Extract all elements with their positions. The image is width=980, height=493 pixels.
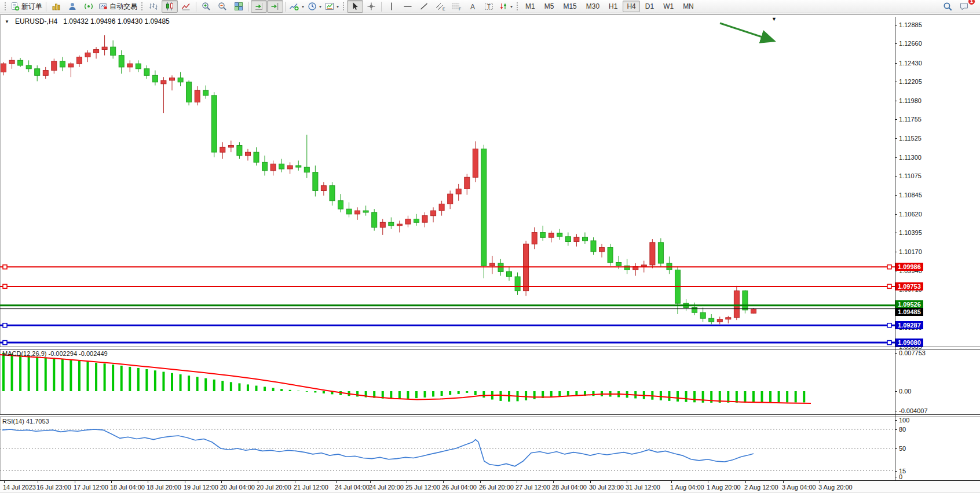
bar-chart-type-button[interactable] <box>145 0 162 13</box>
rsi-pane-canvas[interactable] <box>0 417 895 480</box>
axis-tick <box>895 420 897 421</box>
line-handle[interactable] <box>3 265 7 269</box>
candle-63 <box>532 227 537 249</box>
vertical-line-tool-button[interactable] <box>383 0 400 13</box>
candle-15 <box>127 60 133 72</box>
arrows-tool-button[interactable]: ▾ <box>497 0 514 13</box>
timeframe-button-h1[interactable]: H1 <box>605 1 621 12</box>
trendline-tool-button[interactable] <box>416 0 432 13</box>
chevron-down-icon: ▾ <box>337 4 339 9</box>
candle-80 <box>675 267 681 314</box>
candle-21 <box>178 72 183 87</box>
macd-pane-canvas[interactable] <box>0 349 895 414</box>
line-handle[interactable] <box>887 341 891 345</box>
templates-button[interactable]: ▾ <box>323 0 341 13</box>
candle-26 <box>220 142 225 159</box>
search-button[interactable] <box>939 0 956 13</box>
candle-78 <box>658 238 663 267</box>
candle-57 <box>481 145 487 278</box>
auto-trading-icon <box>98 2 108 11</box>
timeframe-button-d1[interactable]: D1 <box>641 1 658 12</box>
trend-arrow-annotation[interactable] <box>720 23 774 41</box>
zoom-in-button[interactable] <box>198 0 214 13</box>
tile-windows-button[interactable] <box>231 0 247 13</box>
price-line-label-1.09287[interactable]: 1.09287 <box>895 321 923 329</box>
cursor-icon <box>350 2 360 11</box>
chart-window[interactable]: ▼ EURUSD-,H4 1.09432 1.09496 1.09430 1.0… <box>0 14 980 493</box>
candle-25 <box>211 92 217 157</box>
signals-button[interactable] <box>81 0 97 13</box>
horizontal-line-tool-button[interactable] <box>400 0 416 13</box>
crosshair-button[interactable] <box>363 0 379 13</box>
price-chart-canvas[interactable] <box>0 17 895 347</box>
notifications-button[interactable]: 1 <box>956 0 972 13</box>
timeframe-button-m1[interactable]: M1 <box>521 1 539 12</box>
price-line-label-1.09526[interactable]: 1.09526 <box>895 300 923 308</box>
time-axis-tick <box>407 481 407 483</box>
line-chart-type-button[interactable] <box>178 0 194 13</box>
time-axis-tick <box>185 481 185 483</box>
time-axis-label: 3 Aug 20:00 <box>818 484 853 491</box>
time-axis-tick <box>671 481 672 483</box>
axis-tick <box>895 411 897 411</box>
chevron-down-icon: ▾ <box>319 4 321 9</box>
new-order-button[interactable]: 新订单 <box>9 0 44 13</box>
candle-69 <box>583 233 588 244</box>
candle-40 <box>338 194 343 212</box>
toolbar-grip <box>342 2 345 12</box>
line-handle[interactable] <box>887 265 891 269</box>
chevron-down-icon: ▾ <box>510 4 513 9</box>
candle-60 <box>507 267 512 281</box>
candle-85 <box>717 317 722 324</box>
time-axis-label: 18 Jul 04:00 <box>110 484 145 491</box>
periods-button[interactable]: ▾ <box>306 0 323 13</box>
toolbar-separator <box>285 2 286 12</box>
candle-39 <box>330 182 335 205</box>
line-handle[interactable] <box>887 284 891 288</box>
profiles-button[interactable] <box>48 0 64 13</box>
price-line-label-1.09080[interactable]: 1.09080 <box>895 339 923 347</box>
timeframe-button-h4[interactable]: H4 <box>623 1 639 12</box>
price-line-label-1.09485[interactable]: 1.09485 <box>895 308 923 316</box>
chart-shift-button[interactable] <box>267 0 283 13</box>
zoom-out-button[interactable] <box>214 0 231 13</box>
fibonacci-tool-button[interactable]: F <box>448 0 465 13</box>
price-line-label-1.09986[interactable]: 1.09986 <box>895 263 923 271</box>
horizontal-line-icon <box>403 2 412 11</box>
timeframe-button-m5[interactable]: M5 <box>540 1 558 12</box>
svg-text:E: E <box>443 7 445 11</box>
timeframe-button-m15[interactable]: M15 <box>559 1 580 12</box>
text-tool-button[interactable]: A <box>465 0 481 13</box>
timeframe-button-w1[interactable]: W1 <box>659 1 678 12</box>
hline-1.09080[interactable] <box>0 341 895 345</box>
line-handle[interactable] <box>3 284 7 288</box>
line-handle[interactable] <box>3 323 7 328</box>
market-watch-button[interactable] <box>64 0 81 13</box>
indicators-button[interactable]: ▾ <box>287 0 306 13</box>
time-axis-label: 30 Jul 23:00 <box>589 484 624 491</box>
candlestick-chart-type-button[interactable] <box>162 0 178 13</box>
candlestick-chart-icon <box>165 2 174 11</box>
cursor-button[interactable] <box>347 0 363 13</box>
equidistant-channel-tool-button[interactable]: E <box>432 0 448 13</box>
hline-1.09986[interactable] <box>0 265 895 269</box>
timeframe-button-mn[interactable]: MN <box>679 1 698 12</box>
candle-64 <box>540 226 546 241</box>
axis-tick <box>895 43 897 44</box>
text-label-tool-button[interactable]: T <box>481 0 497 13</box>
line-handle[interactable] <box>3 341 7 345</box>
axis-tick <box>895 195 897 196</box>
time-axis-tick <box>75 481 75 483</box>
timeframe-button-m30[interactable]: M30 <box>582 1 604 12</box>
price-line-label-1.09753[interactable]: 1.09753 <box>895 282 923 290</box>
hline-1.09753[interactable] <box>0 284 895 288</box>
time-axis-label: 20 Jul 20:00 <box>257 484 291 491</box>
time-axis-tick <box>745 481 746 483</box>
auto-trading-button[interactable]: 自动交易 <box>97 0 139 13</box>
time-axis-label: 2 Aug 12:00 <box>744 484 778 491</box>
hline-1.09287[interactable] <box>0 323 895 328</box>
vertical-line-icon <box>387 2 396 11</box>
auto-scroll-button[interactable] <box>251 0 267 13</box>
line-handle[interactable] <box>887 323 891 328</box>
price-tick-label: 1.12885 <box>899 21 922 28</box>
